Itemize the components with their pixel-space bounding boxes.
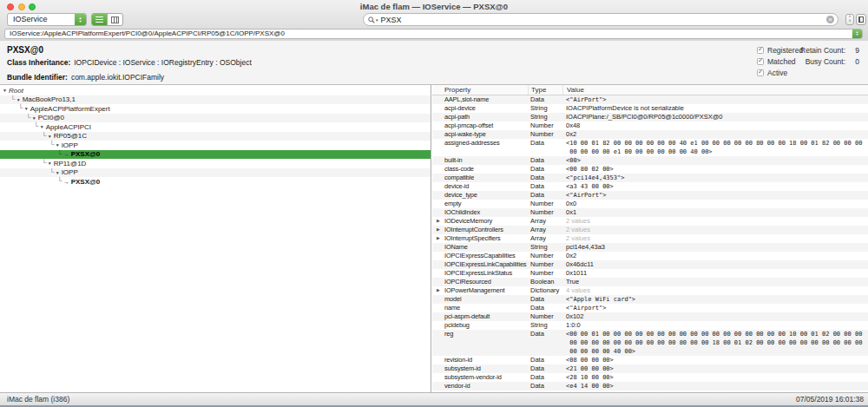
disclosure-triangle-icon[interactable]: ▼ [48, 134, 52, 139]
search-scope-caret-icon[interactable]: ▾ [376, 17, 378, 23]
property-row-AAPL,slot-name[interactable]: AAPL,slot-nameData<"AirPort"> [432, 95, 868, 104]
disclosure-triangle-icon[interactable]: ▼ [32, 115, 36, 121]
search-field[interactable]: ▾ PXSX ✕ [363, 13, 838, 26]
property-row-revision-id[interactable]: revision-idData<08 00 00 00> [432, 356, 868, 364]
property-row-subsystem-id[interactable]: subsystem-idData<21 00 00 00> [432, 364, 868, 373]
property-row-acpi-device[interactable]: acpi-deviceStringIOACPIPlatformDevice is… [432, 104, 868, 113]
tree-item-AppleACPIPCI-4[interactable]: └▼AppleACPIPCI [0, 122, 431, 132]
expand-triangle-icon[interactable]: ▶ [437, 236, 440, 240]
property-name: class-code [444, 165, 528, 174]
tree-item-label: RP11@1D [54, 160, 87, 167]
plane-selector-stepper-icon[interactable]: ▲▼ [75, 14, 86, 25]
property-name: pcidebug [444, 321, 528, 330]
expand-triangle-icon[interactable]: ▶ [437, 219, 440, 223]
property-row-IOPCIExpressLinkCapabilities[interactable]: IOPCIExpressLinkCapabilitiesNumber0x46dc… [432, 260, 868, 269]
property-type: Number [528, 121, 562, 130]
column-header-value[interactable]: Value [562, 85, 868, 95]
tree-item-MacBookPro13,1-1[interactable]: └▼MacBookPro13,1 [0, 95, 431, 105]
tree-item-PXSX@0-7[interactable]: └→PXSX@0 [0, 150, 431, 160]
property-type: Data [528, 295, 562, 304]
property-value: 0x2 [562, 252, 868, 260]
property-name: IOInterruptControllers [444, 226, 528, 234]
path-stepper-icon[interactable]: ▲▼ [852, 30, 862, 38]
property-row-IOName[interactable]: IONameStringpci14e4,43a3 [432, 243, 868, 252]
property-row-device-id[interactable]: device-idData<a3 43 00 00> [432, 182, 868, 191]
property-row-IOPowerManagement[interactable]: ▶IOPowerManagementDictionary4 values [432, 286, 868, 295]
tree-item-IOPP-6[interactable]: └▼IOPP [0, 141, 431, 150]
tree-item-IOPP-9[interactable]: └▼IOPP [0, 168, 431, 178]
disclosure-triangle-icon[interactable]: ▼ [56, 142, 60, 148]
status-host-label: iMac de flam (i386) [7, 395, 69, 404]
tree-item-RP11@1D-8[interactable]: └▼RP11@1D [0, 159, 431, 168]
inspector-drawer-button[interactable] [856, 14, 866, 25]
property-row-reg[interactable]: regData<00 00 01 00 00 00 00 00 00 00 00… [432, 330, 868, 356]
path-field[interactable]: IOService:/AppleACPIPlatformExpert/PCI0@… [4, 29, 863, 39]
search-clear-icon[interactable]: ✕ [826, 16, 834, 23]
column-header-type[interactable]: Type [528, 85, 562, 95]
tree-item-PCI0@0-3[interactable]: └▼PCI0@0 [0, 114, 431, 123]
tree-branch-line: └ [57, 151, 62, 158]
property-row-vendor-id[interactable]: vendor-idData<e4 14 00 00> [432, 382, 868, 391]
property-row-pci-aspm-default[interactable]: pci-aspm-defaultNumber0x102 [432, 312, 868, 321]
ioregistry-explorer-window: iMac de flam — IOService — PXSX@0 IOServ… [0, 0, 868, 407]
property-row-IOChildIndex[interactable]: IOChildIndexNumber0x1 [432, 208, 868, 217]
column-view-button[interactable] [107, 14, 122, 25]
property-rows: AAPL,slot-nameData<"AirPort">acpi-device… [432, 95, 868, 391]
property-row-IODeviceMemory[interactable]: ▶IODeviceMemoryArray2 values [432, 217, 868, 226]
tree-branch-line: └ [10, 96, 16, 103]
property-row-pcidebug[interactable]: pcidebugString1:0:0 [432, 321, 868, 330]
tree-item-PXSX@0-10[interactable]: └→PXSX@0 [0, 177, 431, 187]
disclosure-triangle-icon[interactable]: ▼ [56, 170, 60, 175]
property-row-IOInterruptSpecifiers[interactable]: ▶IOInterruptSpecifiersArray2 values [432, 234, 868, 243]
node-title: PXSX@0 [7, 45, 43, 55]
property-row-model[interactable]: modelData<"Apple WiFi card"> [432, 295, 868, 304]
property-row-compatible[interactable]: compatibleData<"pci14e4,4353"> [432, 174, 868, 182]
property-value: 0x46dc11 [562, 260, 868, 269]
property-row-assigned-addresses[interactable]: assigned-addressesData<10 00 01 82 00 00… [432, 139, 868, 156]
registered-checkbox[interactable]: ✓ [757, 47, 764, 54]
property-row-built-in[interactable]: built-inData<00> [432, 156, 868, 165]
property-name: acpi-device [444, 104, 528, 113]
search-result-stepper[interactable]: ˄ ˅ [845, 14, 854, 25]
disclosure-triangle-icon[interactable]: ▼ [3, 88, 7, 93]
tree-item-AppleACPIPlatformExpert-2[interactable]: └▼AppleACPIPlatformExpert [0, 104, 431, 114]
search-input[interactable]: PXSX [381, 16, 826, 24]
column-header-property[interactable]: Property [432, 85, 528, 95]
property-row-IOPCIExpressCapabilities[interactable]: IOPCIExpressCapabilitiesNumber0x2 [432, 252, 868, 260]
property-row-acpi-pmcap-offset[interactable]: acpi-pmcap-offsetNumber0x48 [432, 121, 868, 130]
property-value: IOACPIPlane:/_SB/PCI0@0/RP05@1c0000/PXSX… [562, 113, 868, 121]
property-row-class-code[interactable]: class-codeData<00 80 02 00> [432, 165, 868, 174]
property-value: 2 values [562, 234, 868, 243]
class-inheritance-value: IOPCIDevice : IOService : IORegistryEntr… [74, 58, 252, 67]
tree-branch-line: └ [26, 115, 31, 121]
property-row-acpi-wake-type[interactable]: acpi-wake-typeNumber0x2 [432, 130, 868, 139]
disclosure-triangle-icon[interactable]: ▼ [48, 161, 52, 166]
property-type: Array [528, 217, 562, 226]
tree-item-Root-0[interactable]: ▼Root [0, 86, 431, 95]
bundle-identifier-value: com.apple.iokit.IOPCIFamily [71, 73, 164, 82]
disclosure-triangle-icon[interactable]: ▼ [16, 97, 21, 102]
property-row-empty[interactable]: emptyNumber0x0 [432, 200, 868, 208]
matched-checkbox[interactable]: ✓ [757, 58, 764, 65]
expand-triangle-icon[interactable]: ▶ [437, 227, 440, 232]
list-view-button[interactable] [92, 14, 107, 25]
property-row-name[interactable]: nameData<"Airport"> [432, 304, 868, 312]
property-value: 0x1011 [562, 269, 868, 278]
disclosure-triangle-icon[interactable]: ▼ [40, 124, 44, 129]
retain-count-row: Retain Count: 9 [792, 44, 859, 56]
property-row-IOInterruptControllers[interactable]: ▶IOInterruptControllersArray2 values [432, 226, 868, 234]
property-row-IOPCIResourced[interactable]: IOPCIResourcedBooleanTrue [432, 278, 868, 286]
property-row-subsystem-vendor-id[interactable]: subsystem-vendor-idData<28 10 00 00> [432, 373, 868, 382]
property-row-acpi-path[interactable]: acpi-pathStringIOACPIPlane:/_SB/PCI0@0/R… [432, 113, 868, 121]
property-name: IOPowerManagement [444, 286, 528, 295]
property-row-device_type[interactable]: device_typeData<"AirPort"> [432, 191, 868, 200]
plane-selector[interactable]: IOService ▲▼ [7, 13, 87, 26]
active-checkbox[interactable]: ✓ [757, 69, 764, 76]
property-value: 0x102 [562, 312, 868, 321]
property-name: device-id [444, 182, 528, 191]
tree-item-RP05@1C-5[interactable]: └▼RP05@1C [0, 132, 431, 141]
disclosure-triangle-icon[interactable]: ▼ [24, 106, 29, 111]
property-row-IOPCIExpressLinkStatus[interactable]: IOPCIExpressLinkStatusNumber0x1011 [432, 269, 868, 278]
expand-triangle-icon[interactable]: ▶ [437, 288, 440, 292]
property-name: reg [444, 330, 528, 338]
